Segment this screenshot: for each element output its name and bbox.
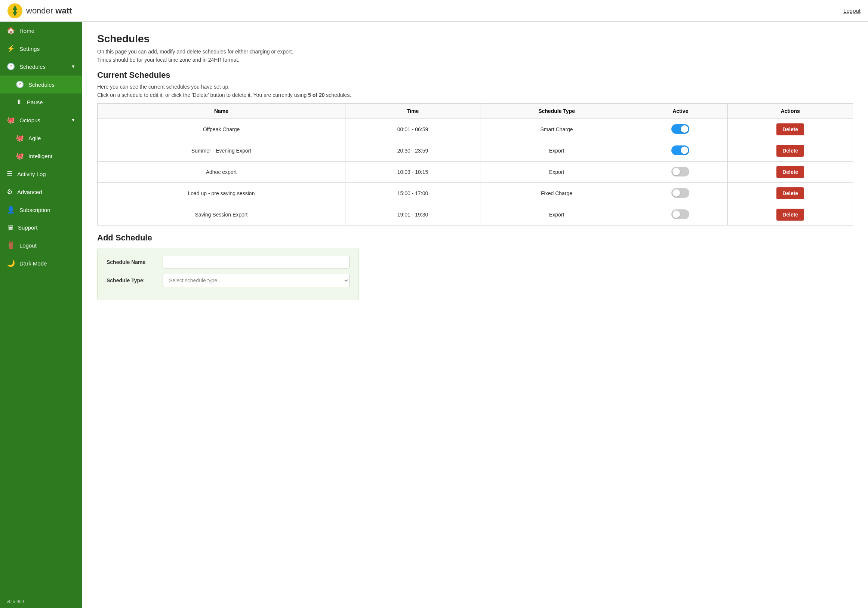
toggle-switch[interactable] — [671, 167, 689, 177]
cell-actions: Delete — [728, 204, 853, 225]
sidebar-label-agile: Agile — [28, 135, 41, 141]
top-header: wonder watt Logout — [0, 0, 868, 22]
cell-name: Load up - pre saving session — [98, 183, 346, 204]
octopus-icon: 🐙 — [7, 116, 15, 124]
logo-area: wonder watt — [8, 3, 72, 18]
sidebar-label-octopus: Octopus — [19, 117, 40, 123]
toggle-knob — [673, 211, 680, 218]
home-icon: 🏠 — [7, 26, 15, 35]
sidebar-label-activity-log: Activity Log — [17, 171, 46, 177]
delete-button[interactable]: Delete — [777, 187, 804, 199]
sidebar: 🏠 Home ⚡ Settings 🕐 Schedules ▼ 🕐 Schedu… — [0, 22, 82, 608]
sidebar-item-advanced[interactable]: ⚙ Advanced — [0, 183, 82, 201]
form-name-label: Schedule Name — [107, 259, 163, 265]
table-row[interactable]: Summer - Evening Export20:30 - 23:59Expo… — [98, 140, 853, 161]
table-row[interactable]: Adhoc export10:03 - 10:15ExportDelete — [98, 161, 853, 183]
schedules-table: Name Time Schedule Type Active Actions O… — [97, 103, 853, 225]
main-layout: 🏠 Home ⚡ Settings 🕐 Schedules ▼ 🕐 Schedu… — [0, 22, 868, 608]
schedule-count: 5 of 20 — [308, 92, 324, 98]
add-schedule-title: Add Schedule — [97, 233, 853, 243]
sidebar-item-subscription[interactable]: 👤 Subscription — [0, 201, 82, 219]
svg-rect-3 — [14, 9, 16, 12]
toggle-knob — [673, 189, 680, 197]
cell-active — [633, 204, 728, 225]
sidebar-label-logout: Logout — [19, 242, 37, 249]
cell-time: 15:00 - 17:00 — [345, 183, 480, 204]
sidebar-item-support[interactable]: 🖥 Support — [0, 219, 82, 236]
clock-sub-icon: 🕐 — [16, 81, 24, 88]
cell-active — [633, 140, 728, 161]
delete-button[interactable]: Delete — [777, 145, 804, 157]
sidebar-item-activity-log[interactable]: ☰ Activity Log — [0, 165, 82, 183]
sidebar-item-pause[interactable]: ⏸ Pause — [0, 93, 82, 111]
main-content: Schedules On this page you can add, modi… — [82, 22, 868, 608]
header-logout-link[interactable]: Logout — [843, 8, 860, 14]
cell-active — [633, 161, 728, 183]
logo-text: wonder watt — [26, 6, 72, 16]
sidebar-item-schedules-parent[interactable]: 🕐 Schedules ▼ — [0, 57, 82, 76]
cell-time: 19:01 - 19:30 — [345, 204, 480, 225]
bolt-icon: ⚡ — [7, 45, 15, 53]
page-desc-2: Times should be for your local time zone… — [97, 57, 853, 63]
cell-actions: Delete — [728, 140, 853, 161]
delete-button[interactable]: Delete — [777, 166, 804, 178]
toggle-switch[interactable] — [671, 146, 689, 155]
sidebar-item-settings[interactable]: ⚡ Settings — [0, 40, 82, 57]
schedule-name-input[interactable] — [163, 256, 350, 268]
delete-button[interactable]: Delete — [777, 123, 804, 135]
cell-name: Saving Session Export — [98, 204, 346, 225]
current-schedules-title: Current Schedules — [97, 70, 853, 80]
col-header-type: Schedule Type — [480, 104, 633, 119]
sidebar-item-agile[interactable]: 🐙 Agile — [0, 129, 82, 147]
cell-type: Smart Charge — [480, 119, 633, 140]
agile-icon: 🐙 — [16, 134, 24, 142]
sidebar-label-support: Support — [18, 224, 38, 231]
toggle-knob — [673, 168, 680, 175]
table-row[interactable]: Offpeak Charge00:01 - 06:59Smart ChargeD… — [98, 119, 853, 140]
sidebar-label-pause: Pause — [27, 99, 43, 105]
cell-type: Fixed Charge — [480, 183, 633, 204]
table-row[interactable]: Saving Session Export19:01 - 19:30Export… — [98, 204, 853, 225]
cell-name: Offpeak Charge — [98, 119, 346, 140]
cell-type: Export — [480, 140, 633, 161]
table-header: Name Time Schedule Type Active Actions — [98, 104, 853, 119]
page-desc-1: On this page you can add, modify and del… — [97, 49, 853, 54]
cell-actions: Delete — [728, 183, 853, 204]
toggle-switch[interactable] — [671, 188, 689, 198]
delete-button[interactable]: Delete — [777, 209, 804, 220]
schedule-type-select[interactable]: Select schedule type... Smart Charge Exp… — [163, 274, 350, 287]
cell-time: 20:30 - 23:59 — [345, 140, 480, 161]
sidebar-label-home: Home — [19, 28, 34, 34]
cell-actions: Delete — [728, 119, 853, 140]
sidebar-item-intelligent[interactable]: 🐙 Intelligent — [0, 147, 82, 165]
moon-icon: 🌙 — [7, 259, 15, 267]
sidebar-item-octopus[interactable]: 🐙 Octopus ▼ — [0, 111, 82, 129]
sidebar-label-advanced: Advanced — [17, 189, 42, 195]
sidebar-label-schedules: Schedules — [19, 64, 46, 70]
toggle-knob — [681, 147, 688, 154]
sidebar-item-logout[interactable]: 🚪 Logout — [0, 236, 82, 254]
toggle-switch[interactable] — [671, 124, 689, 134]
support-icon: 🖥 — [7, 223, 14, 231]
col-header-actions: Actions — [728, 104, 853, 119]
sidebar-item-dark-mode[interactable]: 🌙 Dark Mode — [0, 254, 82, 272]
cell-active — [633, 183, 728, 204]
col-header-name: Name — [98, 104, 346, 119]
form-row-name: Schedule Name — [107, 256, 350, 268]
toggle-switch[interactable] — [671, 209, 689, 219]
cell-actions: Delete — [728, 161, 853, 183]
col-header-time: Time — [345, 104, 480, 119]
sidebar-item-home[interactable]: 🏠 Home — [0, 22, 82, 40]
add-schedule-form: Schedule Name Schedule Type: Select sche… — [97, 248, 359, 300]
form-type-label: Schedule Type: — [107, 278, 163, 284]
table-row[interactable]: Load up - pre saving session15:00 - 17:0… — [98, 183, 853, 204]
logo-icon — [8, 3, 22, 18]
cell-name: Adhoc export — [98, 161, 346, 183]
sidebar-label-dark-mode: Dark Mode — [19, 260, 47, 267]
page-title: Schedules — [97, 33, 853, 45]
sidebar-item-schedules-child[interactable]: 🕐 Schedules — [0, 76, 82, 93]
intelligent-icon: 🐙 — [16, 152, 24, 160]
cell-time: 00:01 - 06:59 — [345, 119, 480, 140]
sidebar-label-intelligent: Intelligent — [28, 153, 52, 159]
current-desc-2: Click on a schedule to edit it, or click… — [97, 92, 853, 98]
